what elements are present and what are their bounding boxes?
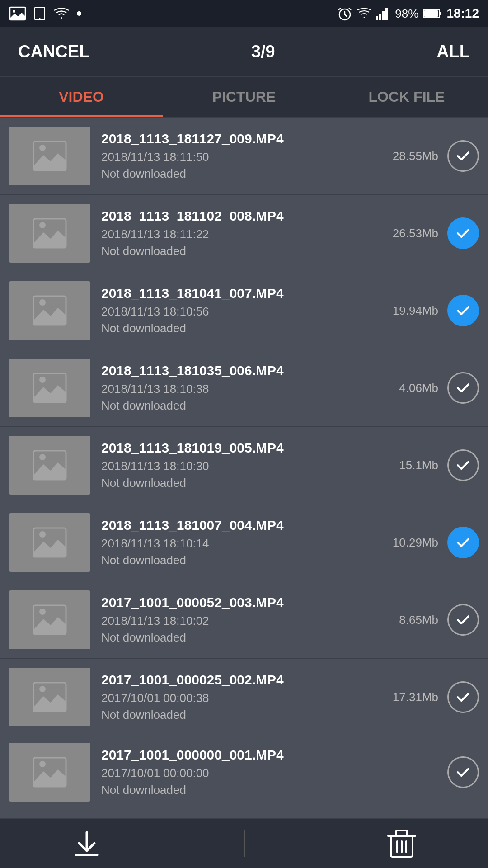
svg-point-29 bbox=[39, 761, 46, 767]
top-navigation: CANCEL 3/9 ALL bbox=[0, 27, 488, 77]
download-button[interactable] bbox=[71, 828, 103, 859]
selection-count: 3/9 bbox=[251, 42, 275, 61]
file-info: 2018_1113_181102_008.MP4 2018/11/13 18:1… bbox=[101, 208, 393, 258]
thumbnail-icon bbox=[32, 292, 68, 329]
svg-rect-35 bbox=[396, 830, 407, 836]
file-checkbox[interactable] bbox=[447, 140, 479, 172]
thumbnail-icon bbox=[32, 524, 68, 561]
image-icon bbox=[9, 6, 26, 21]
file-download-status: Not downloaded bbox=[101, 167, 393, 181]
list-item[interactable]: 2017_1001_000052_003.MP4 2018/11/13 18:1… bbox=[0, 581, 488, 659]
delete-icon bbox=[386, 828, 417, 859]
file-size: 10.29Mb bbox=[393, 536, 438, 550]
tab-video[interactable]: VIDEO bbox=[0, 77, 163, 117]
file-date: 2018/11/13 18:10:38 bbox=[101, 382, 399, 396]
status-bar: 98% 18:12 bbox=[0, 0, 488, 27]
file-checkbox[interactable] bbox=[447, 217, 479, 249]
svg-point-13 bbox=[39, 145, 46, 151]
list-item[interactable]: 2017_1001_000000_001.MP4 2017/10/01 00:0… bbox=[0, 736, 488, 808]
file-thumbnail bbox=[9, 513, 90, 572]
file-download-status: Not downloaded bbox=[101, 244, 393, 258]
file-date: 2018/11/13 18:10:02 bbox=[101, 614, 399, 628]
file-info: 2018_1113_181007_004.MP4 2018/11/13 18:1… bbox=[101, 518, 393, 567]
list-item[interactable]: 2017_1001_000025_002.MP4 2017/10/01 00:0… bbox=[0, 659, 488, 736]
svg-point-1 bbox=[13, 10, 15, 13]
svg-point-2 bbox=[39, 18, 41, 19]
file-info: 2018_1113_181035_006.MP4 2018/11/13 18:1… bbox=[101, 363, 399, 413]
file-thumbnail bbox=[9, 668, 90, 726]
svg-point-15 bbox=[39, 222, 46, 228]
file-date: 2017/10/01 00:00:38 bbox=[101, 691, 393, 705]
list-item[interactable]: 2018_1113_181035_006.MP4 2018/11/13 18:1… bbox=[0, 349, 488, 427]
file-download-status: Not downloaded bbox=[101, 476, 399, 490]
file-size: 4.06Mb bbox=[399, 381, 438, 395]
check-icon bbox=[455, 534, 472, 551]
svg-rect-12 bbox=[440, 12, 441, 15]
svg-point-17 bbox=[39, 299, 46, 306]
list-item[interactable]: 2018_1113_181019_005.MP4 2018/11/13 18:1… bbox=[0, 427, 488, 504]
file-download-status: Not downloaded bbox=[101, 783, 438, 797]
download-icon bbox=[71, 828, 103, 859]
file-download-status: Not downloaded bbox=[101, 708, 393, 722]
check-icon bbox=[455, 379, 472, 396]
svg-rect-7 bbox=[379, 14, 381, 20]
thumbnail-icon bbox=[32, 679, 68, 715]
svg-line-4 bbox=[338, 8, 341, 10]
thumbnail-icon bbox=[32, 370, 68, 406]
svg-rect-9 bbox=[385, 8, 388, 20]
svg-point-19 bbox=[39, 377, 46, 383]
file-thumbnail bbox=[9, 204, 90, 263]
thumbnail-icon bbox=[32, 602, 68, 638]
bottom-divider bbox=[244, 830, 245, 857]
battery-icon bbox=[423, 8, 442, 19]
file-checkbox[interactable] bbox=[447, 681, 479, 713]
file-thumbnail bbox=[9, 590, 90, 649]
file-date: 2018/11/13 18:11:22 bbox=[101, 227, 393, 241]
file-download-status: Not downloaded bbox=[101, 321, 393, 335]
file-checkbox[interactable] bbox=[447, 449, 479, 481]
wifi-small-icon bbox=[357, 8, 371, 19]
tab-bar: VIDEO PICTURE LOCK FILE bbox=[0, 77, 488, 118]
delete-button[interactable] bbox=[386, 828, 417, 859]
file-size: 15.1Mb bbox=[399, 458, 438, 472]
file-size: 8.65Mb bbox=[399, 613, 438, 627]
file-name: 2018_1113_181127_009.MP4 bbox=[101, 131, 393, 146]
list-item[interactable]: 2018_1113_181007_004.MP4 2018/11/13 18:1… bbox=[0, 504, 488, 581]
svg-point-27 bbox=[39, 686, 46, 692]
select-all-button[interactable]: ALL bbox=[436, 42, 470, 61]
file-date: 2018/11/13 18:10:56 bbox=[101, 305, 393, 319]
alarm-icon bbox=[337, 6, 352, 21]
file-thumbnail bbox=[9, 281, 90, 340]
file-checkbox[interactable] bbox=[447, 604, 479, 636]
file-info: 2017_1001_000052_003.MP4 2018/11/13 18:1… bbox=[101, 595, 399, 645]
svg-rect-8 bbox=[382, 11, 385, 20]
file-thumbnail bbox=[9, 743, 90, 802]
file-date: 2018/11/13 18:10:14 bbox=[101, 537, 393, 551]
file-info: 2017_1001_000000_001.MP4 2017/10/01 00:0… bbox=[101, 747, 438, 797]
file-list: 2018_1113_181127_009.MP4 2018/11/13 18:1… bbox=[0, 118, 488, 863]
list-item[interactable]: 2018_1113_181102_008.MP4 2018/11/13 18:1… bbox=[0, 195, 488, 272]
file-name: 2017_1001_000025_002.MP4 bbox=[101, 672, 393, 688]
file-date: 2018/11/13 18:10:30 bbox=[101, 459, 399, 473]
svg-line-5 bbox=[349, 8, 351, 10]
check-icon bbox=[455, 764, 472, 781]
file-name: 2018_1113_181041_007.MP4 bbox=[101, 286, 393, 301]
file-checkbox[interactable] bbox=[447, 756, 479, 788]
file-name: 2018_1113_181035_006.MP4 bbox=[101, 363, 399, 378]
thumbnail-icon bbox=[32, 138, 68, 174]
file-size: 17.31Mb bbox=[393, 690, 438, 704]
check-icon bbox=[455, 225, 472, 242]
wifi-icon bbox=[53, 7, 70, 20]
svg-rect-6 bbox=[376, 16, 378, 20]
list-item[interactable]: 2018_1113_181041_007.MP4 2018/11/13 18:1… bbox=[0, 272, 488, 349]
file-checkbox[interactable] bbox=[447, 372, 479, 404]
file-info: 2017_1001_000025_002.MP4 2017/10/01 00:0… bbox=[101, 672, 393, 722]
file-checkbox[interactable] bbox=[447, 527, 479, 558]
file-size: 26.53Mb bbox=[393, 226, 438, 241]
tab-lock-file[interactable]: LOCK FILE bbox=[325, 77, 488, 117]
cancel-button[interactable]: CANCEL bbox=[18, 42, 89, 61]
file-checkbox[interactable] bbox=[447, 295, 479, 326]
file-download-status: Not downloaded bbox=[101, 399, 399, 413]
list-item[interactable]: 2018_1113_181127_009.MP4 2018/11/13 18:1… bbox=[0, 118, 488, 195]
tab-picture[interactable]: PICTURE bbox=[163, 77, 325, 117]
